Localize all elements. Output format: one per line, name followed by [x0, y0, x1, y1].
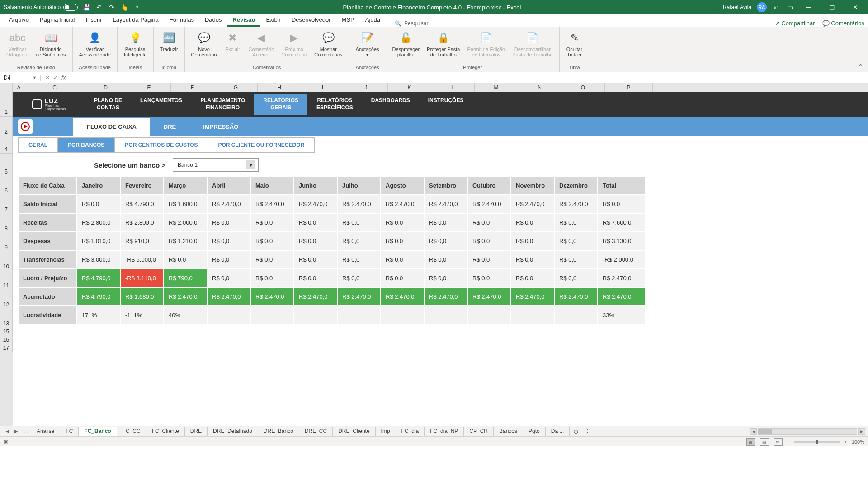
- sheet-tab[interactable]: DRE_Banco: [258, 427, 299, 436]
- ribbon-button[interactable]: 💬NovoComentário: [189, 29, 220, 59]
- table-cell[interactable]: R$ 2.470,0: [554, 195, 598, 213]
- table-cell[interactable]: R$ 2.470,0: [164, 287, 207, 306]
- ribbon-tab-desenvolvedor[interactable]: Desenvolvedor: [286, 14, 336, 27]
- table-cell[interactable]: R$ 2.470,0: [250, 287, 294, 306]
- table-cell[interactable]: [554, 306, 598, 324]
- table-cell[interactable]: R$ 0,0: [424, 232, 467, 250]
- row-header[interactable]: 17: [0, 344, 13, 352]
- table-cell[interactable]: R$ 0,0: [511, 269, 554, 287]
- row-header[interactable]: 5: [0, 154, 13, 176]
- sheet-tab[interactable]: Bancos: [494, 427, 523, 436]
- sheet-tab[interactable]: Da ...: [546, 427, 570, 436]
- sheet-tab[interactable]: Imp: [376, 427, 396, 436]
- search-box[interactable]: 🔍 Pesquisar: [395, 20, 428, 27]
- table-cell[interactable]: R$ 0,0: [294, 269, 337, 287]
- row-header[interactable]: 15: [0, 328, 13, 336]
- ribbon-button[interactable]: 🔒Proteger Pastade Trabalho: [424, 29, 462, 59]
- page-layout-button[interactable]: ▤: [760, 438, 769, 446]
- table-cell[interactable]: R$ 1.010,0: [77, 232, 120, 250]
- table-cell[interactable]: R$ 2.000,0: [164, 213, 207, 232]
- sub-tab[interactable]: FLUXO DE CAIXA: [73, 118, 150, 136]
- hscroll-right[interactable]: ▶: [858, 428, 865, 435]
- row-header[interactable]: 8: [0, 214, 13, 233]
- share-button[interactable]: ↗ Compartilhar: [775, 20, 815, 27]
- cancel-formula-icon[interactable]: ✕: [45, 75, 50, 81]
- column-header[interactable]: J: [344, 83, 388, 92]
- row-header[interactable]: 6: [0, 176, 13, 195]
- ribbon-button[interactable]: 📝Anotações▾: [353, 29, 382, 60]
- table-cell[interactable]: R$ 0,0: [337, 250, 381, 269]
- zoom-in-button[interactable]: +: [844, 439, 847, 445]
- column-header[interactable]: A: [13, 83, 25, 92]
- table-cell[interactable]: R$ 2.470,0: [381, 195, 424, 213]
- table-cell[interactable]: R$ 4.790,0: [77, 287, 120, 306]
- table-cell[interactable]: [207, 306, 250, 324]
- table-cell[interactable]: R$ 4.790,0: [120, 195, 164, 213]
- table-cell[interactable]: R$ 2.470,0: [424, 195, 467, 213]
- sheet-tab[interactable]: DRE_CC: [299, 427, 333, 436]
- table-cell[interactable]: R$ 0,0: [381, 250, 424, 269]
- user-avatar[interactable]: RA: [757, 2, 767, 12]
- ribbon-button[interactable]: 👤VerificarAcessibilidade: [76, 29, 113, 59]
- ribbon-tab-página-inicial[interactable]: Página Inicial: [34, 14, 80, 27]
- row-header[interactable]: 10: [0, 252, 13, 271]
- nav-item[interactable]: RELATÓRIOSGERAIS: [254, 94, 307, 115]
- zoom-out-button[interactable]: −: [787, 439, 790, 445]
- table-cell[interactable]: R$ 4.790,0: [77, 269, 120, 287]
- row-header[interactable]: 2: [0, 117, 13, 136]
- table-cell[interactable]: R$ 3.130,0: [598, 232, 645, 250]
- ribbon-button[interactable]: 💬MostrarComentários: [311, 29, 345, 59]
- table-cell[interactable]: R$ 3.000,0: [77, 250, 120, 269]
- sheet-tab[interactable]: FC_Banco: [79, 427, 117, 436]
- comments-button[interactable]: 💬 Comentários: [822, 20, 864, 27]
- sheet-tab[interactable]: Analise: [31, 427, 60, 436]
- play-button[interactable]: [18, 119, 33, 134]
- table-cell[interactable]: R$ 0,0: [598, 195, 645, 213]
- table-cell[interactable]: R$ 2.470,0: [554, 287, 598, 306]
- table-cell[interactable]: R$ 0,0: [207, 269, 250, 287]
- column-header[interactable]: P: [605, 83, 653, 92]
- table-cell[interactable]: R$ 0,0: [207, 250, 250, 269]
- table-cell[interactable]: R$ 2.470,0: [207, 195, 250, 213]
- bank-dropdown[interactable]: Banco 1 ▼: [173, 158, 259, 172]
- sheet-tab[interactable]: FC_dia: [396, 427, 425, 436]
- table-cell[interactable]: R$ 0,0: [511, 213, 554, 232]
- table-cell[interactable]: R$ 0,0: [250, 213, 294, 232]
- row-header[interactable]: 16: [0, 336, 13, 344]
- ribbon-button[interactable]: 💡PesquisaInteligente: [121, 29, 150, 59]
- table-cell[interactable]: R$ 2.470,0: [511, 195, 554, 213]
- page-break-button[interactable]: ▭: [774, 438, 783, 446]
- table-cell[interactable]: R$ 1.680,0: [164, 195, 207, 213]
- sheet-tab[interactable]: Pgto: [523, 427, 546, 436]
- column-header[interactable]: L: [431, 83, 475, 92]
- table-cell[interactable]: R$ 0,0: [467, 269, 511, 287]
- table-cell[interactable]: R$ 2.470,0: [511, 287, 554, 306]
- fx-icon[interactable]: fx: [61, 75, 66, 81]
- ribbon-tab-dados[interactable]: Dados: [199, 14, 227, 27]
- table-cell[interactable]: R$ 1.680,0: [120, 287, 164, 306]
- sheet-tab[interactable]: FC_dia_NP: [425, 427, 464, 436]
- face-icon[interactable]: ☺: [772, 3, 780, 11]
- column-header[interactable]: G: [214, 83, 258, 92]
- record-macro-icon[interactable]: ▣: [4, 439, 8, 445]
- sheet-tab[interactable]: CP_CR: [464, 427, 494, 436]
- ribbon-button[interactable]: ✎OcultarTinta ▾: [563, 29, 586, 60]
- sub-tab[interactable]: DRE: [150, 118, 189, 136]
- ribbon-tab-ajuda[interactable]: Ajuda: [360, 14, 386, 27]
- filter-tab[interactable]: POR BANCOS: [57, 137, 115, 153]
- table-cell[interactable]: [511, 306, 554, 324]
- table-cell[interactable]: R$ 2.470,0: [467, 287, 511, 306]
- sheet-nav-more[interactable]: …: [21, 429, 31, 434]
- table-cell[interactable]: [250, 306, 294, 324]
- table-cell[interactable]: -111%: [120, 306, 164, 324]
- nav-item[interactable]: PLANEJAMENTOFINANCEIRO: [191, 94, 254, 115]
- enter-formula-icon[interactable]: ✓: [53, 75, 58, 81]
- row-header[interactable]: 4: [0, 136, 13, 154]
- sheet-tab[interactable]: FC_Cliente: [146, 427, 185, 436]
- ribbon-button[interactable]: 🔤Traduzir: [157, 29, 181, 54]
- table-cell[interactable]: [467, 306, 511, 324]
- table-cell[interactable]: 171%: [77, 306, 120, 324]
- table-cell[interactable]: R$ 2.470,0: [337, 287, 381, 306]
- nav-item[interactable]: DASHBOARDS: [362, 94, 419, 115]
- table-cell[interactable]: R$ 0,0: [554, 232, 598, 250]
